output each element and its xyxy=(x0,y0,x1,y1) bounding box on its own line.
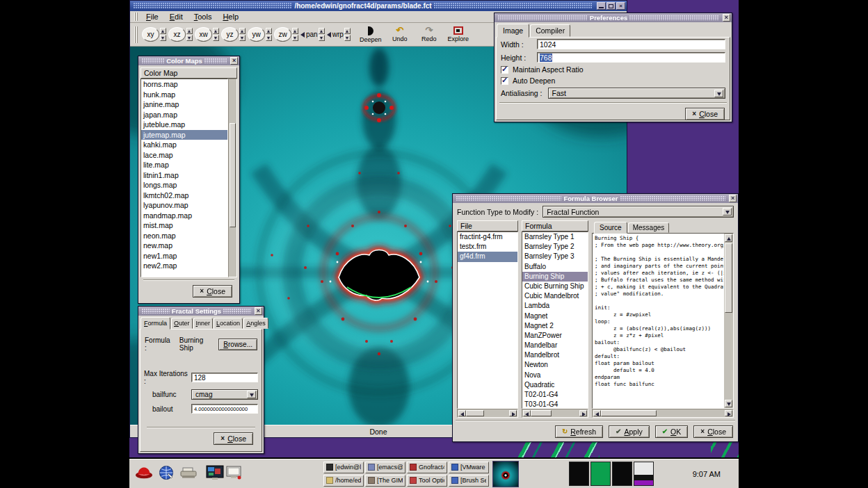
main-titlebar[interactable]: /home/edwin/gnofract4d/params/blade.fct … xyxy=(130,1,627,11)
axis-rotate-control[interactable]: xw xyxy=(194,27,220,42)
desk-icon[interactable] xyxy=(179,466,198,482)
desktop-pager-cell[interactable] xyxy=(590,462,611,486)
formula-list-header[interactable]: Formula xyxy=(522,220,588,231)
close-icon[interactable]: × xyxy=(729,195,737,202)
spin-up-icon[interactable] xyxy=(266,28,272,34)
file-item[interactable]: gf4d.frm xyxy=(458,252,517,261)
colormap-item[interactable]: new1.map xyxy=(141,251,227,261)
pan-control[interactable]: pan xyxy=(300,28,326,41)
pan-left-icon[interactable] xyxy=(300,32,305,38)
colormap-item[interactable]: neon.map xyxy=(141,231,227,241)
width-input[interactable]: 1024 xyxy=(537,39,725,49)
axis-rotate-control[interactable]: yz xyxy=(220,27,246,42)
formula-item[interactable]: Newton xyxy=(522,360,588,370)
scroll-right-icon[interactable] xyxy=(579,410,587,416)
axis-button-label[interactable]: yw xyxy=(248,27,265,42)
spin-down-icon[interactable] xyxy=(319,35,325,41)
spin-down-icon[interactable] xyxy=(266,35,272,41)
colormap-item[interactable]: juteblue.map xyxy=(141,120,227,130)
browser-icon[interactable] xyxy=(159,465,174,483)
formula-item[interactable]: Barnsley Type 1 xyxy=(522,232,588,242)
axis-button-label[interactable]: xy xyxy=(142,27,159,42)
maintain-aspect-checkbox[interactable]: ✓ xyxy=(501,66,508,74)
taskbar-window-button[interactable]: Tool Optic xyxy=(407,475,447,487)
fractal-settings-tab[interactable]: Location xyxy=(214,318,243,329)
formula-item[interactable]: T03-01-G4 xyxy=(522,400,588,409)
scroll-right-icon[interactable] xyxy=(509,410,517,416)
scrollbar-thumb[interactable] xyxy=(466,410,484,416)
undo-button[interactable]: ↶ Undo xyxy=(385,24,415,45)
source-vscrollbar[interactable] xyxy=(724,234,733,408)
scroll-left-icon[interactable] xyxy=(593,410,601,416)
close-button[interactable]: × Close xyxy=(193,285,232,298)
source-code[interactable]: Burning Ship { ; From the web page http:… xyxy=(593,234,724,408)
axis-button-label[interactable]: zw xyxy=(274,27,291,42)
formula-item[interactable]: Magnet xyxy=(522,311,588,321)
formula-item[interactable]: ManZPower xyxy=(522,331,588,341)
spin-up-icon[interactable] xyxy=(213,28,219,34)
preferences-titlebar[interactable]: Preferences × xyxy=(495,13,732,22)
preferences-tab[interactable]: Compiler xyxy=(530,24,570,37)
formula-hscrollbar[interactable] xyxy=(522,409,588,418)
close-button[interactable]: × Close xyxy=(685,108,725,120)
taskbar-window-button[interactable]: [The GIMI xyxy=(365,475,405,487)
menu-item[interactable]: Help xyxy=(217,12,244,22)
bailfunc-select[interactable]: cmag xyxy=(191,389,258,400)
taskbar-window-button[interactable]: [VMware V xyxy=(449,462,489,473)
colormap-item[interactable]: jutemap.map xyxy=(141,130,227,140)
deepen-button[interactable]: Deepen xyxy=(356,24,385,45)
scroll-down-icon[interactable] xyxy=(725,400,732,407)
scrollbar-thumb[interactable] xyxy=(601,410,657,416)
spin-up-icon[interactable] xyxy=(319,28,325,34)
file-hscrollbar[interactable] xyxy=(457,409,518,418)
colormap-item[interactable]: kahki.map xyxy=(141,140,227,150)
color-maps-titlebar[interactable]: Color Maps × xyxy=(138,56,239,65)
scrollbar-thumb[interactable] xyxy=(531,410,552,416)
fractal-settings-tab[interactable]: Inner xyxy=(193,318,214,329)
scroll-left-icon[interactable] xyxy=(523,410,531,416)
formula-item[interactable]: Magnet 2 xyxy=(522,321,588,331)
colormap-item[interactable]: mist.map xyxy=(141,220,227,231)
preferences-tab[interactable]: Image xyxy=(497,24,529,38)
max-iterations-input[interactable]: 128 xyxy=(191,373,258,382)
menu-item[interactable]: File xyxy=(140,12,164,22)
fractal-settings-tab[interactable]: Angles xyxy=(243,318,268,329)
menubar-grip[interactable] xyxy=(134,13,138,21)
colormap-item[interactable]: lkmtch02.map xyxy=(141,190,227,201)
colormap-item[interactable]: japan.map xyxy=(141,110,227,120)
spin-up-icon[interactable] xyxy=(160,28,166,34)
colormap-item[interactable]: hunk.map xyxy=(141,90,227,100)
function-type-select[interactable]: Fractal Function xyxy=(542,206,734,218)
colormap-list-header[interactable]: Color Map xyxy=(140,67,237,79)
scroll-up-icon[interactable] xyxy=(725,234,732,242)
colormap-item[interactable]: new2.map xyxy=(141,261,227,271)
formula-item[interactable]: Barnsley Type 2 xyxy=(522,242,588,252)
close-button[interactable]: × Close xyxy=(693,425,733,438)
colormap-item[interactable]: horns.map xyxy=(141,79,227,90)
colormap-item[interactable]: janine.map xyxy=(141,99,227,110)
formula-item[interactable]: Cubic Burning Ship xyxy=(522,282,588,291)
axis-button-label[interactable]: xw xyxy=(195,27,212,42)
scroll-right-icon[interactable] xyxy=(725,410,732,416)
formula-item[interactable]: Nova xyxy=(522,371,588,380)
toolbar-grip[interactable] xyxy=(134,26,138,43)
colormap-item[interactable]: lace.map xyxy=(141,150,227,161)
formula-item[interactable]: Buffalo xyxy=(522,262,588,272)
warp-control[interactable]: wrp xyxy=(326,28,351,41)
explore-button[interactable]: Explore xyxy=(444,24,473,45)
colormap-item[interactable]: lite.map xyxy=(141,160,227,170)
close-button[interactable]: × Close xyxy=(214,432,253,445)
source-hscrollbar[interactable] xyxy=(592,409,734,418)
refresh-button[interactable]: ↻ Refresh xyxy=(555,425,603,438)
file-list-header[interactable]: File xyxy=(457,220,518,231)
taskbar-window-button[interactable]: Gnofract4 xyxy=(407,462,447,473)
display-applet-icon[interactable] xyxy=(226,466,241,482)
spin-up-icon[interactable] xyxy=(292,28,298,34)
colormap-item[interactable]: longs.map xyxy=(141,180,227,190)
desktop[interactable]: /home/edwin/gnofract4d/params/blade.fct … xyxy=(129,0,739,488)
desktop-pager-cell[interactable] xyxy=(612,462,632,486)
fractal-thumbnail-icon[interactable] xyxy=(492,461,519,487)
scrollbar-thumb[interactable] xyxy=(230,123,236,227)
spin-down-icon[interactable] xyxy=(186,35,193,41)
desktop-pager-cell[interactable] xyxy=(569,462,589,486)
